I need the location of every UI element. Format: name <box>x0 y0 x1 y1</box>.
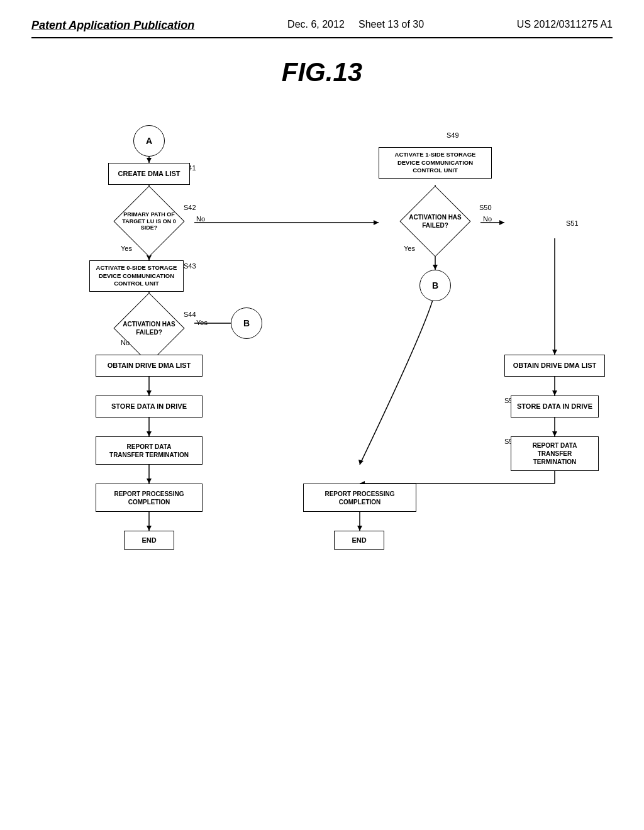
step-s50-label: S50 <box>479 204 492 211</box>
header-center: Dec. 6, 2012 Sheet 13 of 30 <box>287 19 424 30</box>
circle-a: A <box>133 125 165 157</box>
end-right-box: END <box>334 531 384 550</box>
store-data-left-box: STORE DATA IN DRIVE <box>96 396 203 418</box>
svg-marker-5 <box>374 220 379 225</box>
svg-marker-1 <box>147 158 152 163</box>
activate-0side-box: ACTIVATE 0-SIDE STORAGE DEVICE COMMUNICA… <box>89 260 184 292</box>
yes-label-s50: Yes <box>404 245 415 252</box>
sheet-number: Sheet 13 of 30 <box>358 19 424 30</box>
no-label-s44: No <box>121 339 130 346</box>
circle-b-right: B <box>419 270 451 301</box>
svg-marker-28 <box>433 265 438 270</box>
svg-marker-15 <box>147 390 152 396</box>
header: Patent Application Publication Dec. 6, 2… <box>31 19 613 38</box>
activation-failed-left-diamond: ACTIVATION HASFAILED? <box>105 306 193 350</box>
step-s49-label: S49 <box>447 131 459 139</box>
svg-marker-30 <box>358 460 364 465</box>
publication-date: Dec. 6, 2012 <box>287 19 345 30</box>
no-label-s42: No <box>196 215 205 223</box>
page: Patent Application Publication Dec. 6, 2… <box>0 0 644 830</box>
svg-marker-21 <box>147 526 152 531</box>
flowchart-diagram: A S41 CREATE DMA LIST S42 PRIMARY PATH O… <box>39 113 605 678</box>
svg-marker-34 <box>552 390 557 396</box>
yes-label-s44: Yes <box>196 319 208 326</box>
report-transfer-right-box: REPORT DATA TRANSFER TERMINATION <box>511 436 599 471</box>
end-left-box: END <box>124 531 174 550</box>
svg-marker-17 <box>147 431 152 436</box>
svg-marker-36 <box>552 431 557 436</box>
circle-b-left: B <box>231 307 262 339</box>
activation-failed-right-diamond: ACTIVATION HASFAILED? <box>391 199 479 243</box>
primary-path-diamond: PRIMARY PATH OFTARGET LU IS ON 0SIDE? <box>105 199 193 243</box>
yes-label-s42: Yes <box>121 245 132 252</box>
svg-marker-32 <box>552 350 557 355</box>
patent-publication-label: Patent Application Publication <box>31 19 194 32</box>
figure-title: FIG.13 <box>31 57 613 87</box>
svg-marker-26 <box>499 220 504 225</box>
report-processing-left-box: REPORT PROCESSING COMPLETION <box>96 484 203 512</box>
create-dma-box: CREATE DMA LIST <box>108 163 190 185</box>
no-label-s50: No <box>483 215 492 223</box>
obtain-drive-right-box: OBTAIN DRIVE DMA LIST <box>504 355 605 377</box>
report-processing-right-box: REPORT PROCESSING COMPLETION <box>303 484 416 512</box>
store-data-right-box: STORE DATA IN DRIVE <box>511 396 599 418</box>
report-transfer-left-box: REPORT DATA TRANSFER TERMINATION <box>96 436 203 465</box>
patent-number: US 2012/0311275 A1 <box>517 19 613 30</box>
activate-1side-box: ACTIVATE 1-SIDE STORAGE DEVICE COMMUNICA… <box>379 147 492 179</box>
step-s43-label: S43 <box>184 262 196 270</box>
svg-marker-19 <box>147 479 152 484</box>
step-s51-label: S51 <box>566 219 579 227</box>
obtain-drive-left-box: OBTAIN DRIVE DMA LIST <box>96 355 203 377</box>
svg-marker-41 <box>357 526 362 531</box>
